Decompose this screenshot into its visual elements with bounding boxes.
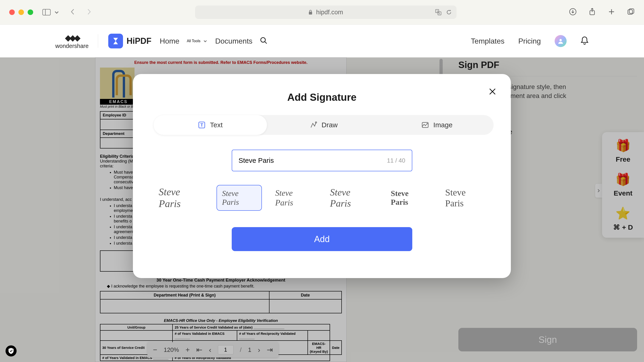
modal-add-button[interactable]: Add: [232, 227, 412, 251]
svg-rect-0: [42, 9, 50, 15]
text-icon: T: [198, 121, 206, 129]
wondershare-logo[interactable]: ◆◆◆ wondershare: [55, 33, 89, 49]
user-avatar[interactable]: [555, 35, 566, 47]
tab-text[interactable]: T Text: [154, 115, 267, 135]
sidebar-toggle-button[interactable]: [42, 9, 61, 16]
signature-style-option-3[interactable]: Steve Paris: [270, 185, 317, 211]
tab-draw-label: Draw: [322, 121, 338, 129]
tab-image-label: Image: [433, 121, 452, 129]
bell-icon: [580, 36, 589, 45]
signature-text-input[interactable]: [238, 156, 387, 164]
shield-check-icon: [8, 347, 14, 354]
chevron-down-icon: [203, 39, 208, 44]
nav-documents[interactable]: Documents: [215, 37, 252, 45]
nav-templates[interactable]: Templates: [471, 37, 504, 45]
sidebar-icon: [42, 9, 51, 16]
wondershare-text: wondershare: [55, 43, 89, 49]
signature-style-list: Steve Paris Steve Paris Steve Paris Stev…: [154, 183, 490, 213]
signature-style-option-4[interactable]: Steve Paris: [325, 183, 378, 213]
nav-all-tools-label: All Tools: [187, 39, 200, 43]
new-tab-button[interactable]: [608, 8, 616, 17]
signature-style-option-1[interactable]: Steve Paris: [154, 183, 208, 213]
signature-style-option-6[interactable]: Steve Paris: [440, 183, 490, 212]
signature-type-tabs: T Text Draw Image: [154, 115, 494, 135]
hipdf-badge-icon: [108, 34, 123, 48]
svg-line-17: [265, 42, 267, 44]
window-minimize-button[interactable]: [18, 10, 24, 15]
hipdf-brand-text: HiPDF: [127, 36, 152, 46]
notifications-button[interactable]: [580, 36, 589, 46]
svg-text:A: A: [438, 12, 440, 15]
signature-char-counter: 11 / 40: [387, 157, 406, 164]
traffic-lights: [9, 10, 33, 15]
pen-icon: [310, 121, 318, 129]
window-maximize-button[interactable]: [28, 10, 33, 15]
svg-point-16: [261, 38, 265, 42]
url-text: hipdf.com: [316, 9, 343, 16]
modal-close-button[interactable]: [488, 87, 497, 97]
hipdf-logo[interactable]: HiPDF: [108, 34, 152, 48]
lock-icon: [308, 10, 313, 15]
tab-draw[interactable]: Draw: [267, 115, 380, 135]
svg-rect-2: [309, 12, 312, 15]
nav-home[interactable]: Home: [160, 37, 180, 45]
add-signature-modal: Add Signature T Text Draw Image 11 / 40 …: [133, 74, 511, 278]
nav-pricing[interactable]: Pricing: [518, 37, 541, 45]
nav-back-button[interactable]: [70, 8, 75, 16]
signature-style-option-5[interactable]: Steve Paris: [386, 185, 432, 210]
privacy-shield-badge[interactable]: [6, 345, 16, 356]
browser-chrome: hipdf.com 文A: [0, 0, 644, 25]
reload-icon[interactable]: [446, 9, 452, 15]
nav-all-tools[interactable]: All Tools: [187, 39, 208, 44]
svg-marker-15: [113, 38, 118, 44]
share-button[interactable]: [588, 8, 596, 17]
tabs-overview-button[interactable]: [627, 8, 635, 17]
close-icon: [488, 87, 497, 96]
chevron-down-icon: [52, 9, 61, 16]
downloads-button[interactable]: [569, 8, 577, 17]
window-close-button[interactable]: [9, 10, 15, 15]
site-header: ◆◆◆ wondershare HiPDF Home All Tools Doc…: [0, 25, 644, 57]
search-button[interactable]: [260, 37, 268, 45]
tab-text-label: Text: [210, 121, 222, 129]
tab-image[interactable]: Image: [380, 115, 494, 135]
image-icon: [421, 121, 429, 129]
user-icon: [558, 38, 564, 44]
svg-text:T: T: [200, 122, 203, 127]
wondershare-mark-icon: ◆◆◆: [65, 33, 79, 43]
signature-text-field-wrap: 11 / 40: [232, 150, 412, 171]
nav-forward-button[interactable]: [86, 8, 92, 16]
svg-text:文: 文: [436, 10, 438, 13]
search-icon: [260, 37, 268, 45]
translate-icon[interactable]: 文A: [435, 9, 441, 15]
url-bar[interactable]: hipdf.com 文A: [195, 6, 456, 19]
signature-style-option-2[interactable]: Steve Paris: [216, 185, 262, 211]
svg-point-18: [560, 39, 562, 41]
modal-title: Add Signature: [154, 92, 490, 103]
